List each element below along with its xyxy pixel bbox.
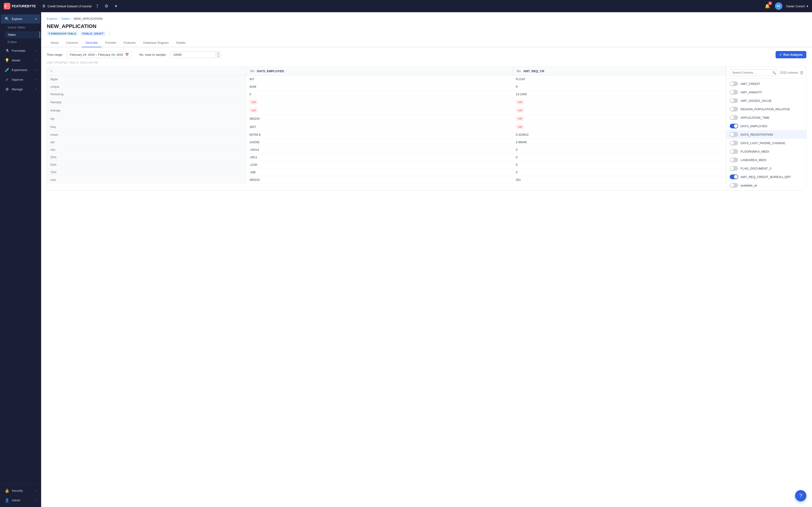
picker-item[interactable]: AMT_GOODS_VALUE	[727, 97, 806, 105]
avatar[interactable]: XC	[775, 2, 783, 10]
sidebar-item-formulate-label: Formulate	[12, 49, 34, 52]
column-toggle-floorsmax-medi[interactable]	[730, 149, 738, 154]
breadcrumb-tables[interactable]: Tables	[61, 17, 70, 20]
days-employed-cell: -2811	[246, 154, 512, 161]
page-meta: ℹ DIMENSION TABLE PUBLIC_DRAFT ⋮	[47, 31, 806, 36]
user-chevron-icon: ▾	[807, 4, 808, 8]
column-toggle-application-time[interactable]	[730, 115, 738, 120]
sidebar-item-formulate[interactable]: ⚗ Formulate ›	[1, 46, 40, 55]
expand-button[interactable]: ▾	[112, 2, 120, 10]
tab-features[interactable]: Features	[120, 39, 139, 47]
picker-item[interactable]: DAYS_EMPLOYED	[727, 122, 806, 130]
picker-item[interactable]: FLAG_DOCUMENT_3	[727, 164, 806, 173]
rows-decrement-button[interactable]: ▼	[216, 55, 221, 58]
tab-database-diagram[interactable]: Database Diagram	[139, 39, 172, 47]
days-employed-cell: 142092	[246, 138, 512, 146]
nav-icons: 🔔 8 XC Xavier Conort ▾	[763, 2, 808, 10]
manage-chevron-icon: ›	[36, 88, 37, 91]
search-columns-input[interactable]	[729, 69, 778, 76]
amt-req-cr-cell: null	[512, 123, 726, 131]
column-toggle-days-employed[interactable]	[730, 124, 738, 128]
column-toggle-landarea-medi[interactable]	[730, 158, 738, 162]
picker-item-label: DAYS_LAST_PHONE_CHANGE	[741, 141, 803, 145]
tab-columns[interactable]: Columns	[62, 39, 82, 47]
column-toggle-days-registration[interactable]	[730, 132, 738, 137]
sidebar-item-entities[interactable]: Entities	[5, 39, 40, 46]
picker-item[interactable]: AMT_CREDIT	[727, 79, 806, 88]
help-fab[interactable]: ?	[795, 490, 806, 501]
breadcrumb-explore[interactable]: Explore	[47, 17, 57, 20]
layout: 🔍 Explore ▾ Source Tables Tables Entitie…	[0, 12, 812, 507]
settings-button[interactable]: ⚙	[103, 2, 110, 10]
sidebar-item-experiment[interactable]: 🧪 Experiment ›	[1, 65, 40, 74]
run-analysis-button[interactable]: ✓ Run Analysis	[775, 51, 806, 58]
days-employed-cell: 64759.8	[246, 131, 512, 138]
sidebar-item-approve-label: Approve	[12, 78, 34, 81]
row-header-cell: mean	[47, 131, 246, 138]
approve-icon: ✓	[5, 77, 9, 82]
logo[interactable]: F FEATUREBYTE	[4, 3, 39, 9]
sidebar-item-admin[interactable]: 👤 Admin ›	[1, 496, 40, 505]
sidebar-item-ideate[interactable]: 💡 Ideate ›	[1, 56, 40, 65]
column-toggle-days-last-phone[interactable]	[730, 140, 738, 145]
sidebar-item-manage[interactable]: ⚙ Manage ›	[1, 84, 40, 94]
breadcrumb-sep-2: ›	[71, 17, 72, 20]
monitor-icon: 🖥	[42, 4, 46, 8]
more-options-button[interactable]: ⋮	[108, 31, 112, 36]
days-employed-cell: -298	[246, 169, 512, 176]
picker-item-label: DAYS_EMPLOYED	[741, 124, 803, 128]
main-content: Explore › Tables › NEW_APPLICATION NEW_A…	[41, 12, 812, 507]
rows-value-input[interactable]	[171, 52, 215, 58]
picker-item[interactable]: APPLICATION_TIME	[727, 113, 806, 122]
sidebar-item-security[interactable]: 🔒 Security ›	[1, 486, 40, 495]
table-row: 25%-28110	[47, 154, 726, 161]
row-header-cell: std	[47, 138, 246, 146]
column-toggle-flag-document-3[interactable]	[730, 166, 738, 171]
amt-req-cr-cell: FLOAT	[512, 75, 726, 83]
row-header-cell: %empty	[47, 98, 246, 106]
picker-item[interactable]: DAYS_REGISTRATION	[727, 130, 806, 139]
picker-item[interactable]: available_at	[727, 181, 806, 189]
column-toggle-amt-goods-value[interactable]	[730, 98, 738, 103]
null-badge: null	[516, 116, 524, 121]
tab-about[interactable]: About	[47, 39, 62, 47]
days-employed-sort-icon[interactable]: ↕	[286, 70, 287, 73]
picker-item[interactable]: FLOORSMAX_MEDI	[727, 147, 806, 156]
null-badge: null	[516, 125, 524, 129]
ideate-chevron-icon: ›	[36, 59, 37, 62]
breadcrumb-current: NEW_APPLICATION	[74, 17, 103, 20]
picker-item[interactable]: LANDAREA_MEDI	[727, 156, 806, 164]
row-header-cell: %missing	[47, 91, 246, 98]
time-range-input[interactable]: February 24, 2024 – February 24, 2025 📅	[67, 51, 132, 58]
days-employed-cell: 4249	[246, 83, 512, 91]
column-count: 22/22 columns	[780, 71, 798, 74]
picker-item[interactable]: DAYS_LAST_PHONE_CHANGE	[727, 139, 806, 147]
user-section[interactable]: Xavier Conort ▾	[786, 4, 808, 8]
time-range-value: February 24, 2024 – February 24, 2025	[70, 53, 123, 56]
sidebar-item-tables[interactable]: Tables	[5, 31, 40, 38]
amt-req-cr-cell: null	[512, 98, 726, 106]
tab-describe[interactable]: Describe	[82, 39, 101, 47]
tab-preview[interactable]: Preview	[102, 39, 120, 47]
picker-item[interactable]: AMT_REQ_CREDIT_BUREAU_QRT	[727, 173, 806, 181]
table-row: 75%-2980	[47, 169, 726, 176]
explore-chevron-icon: ▾	[35, 18, 37, 20]
column-view-button[interactable]: ☰	[800, 70, 803, 75]
sidebar-item-source-tables[interactable]: Source Tables	[5, 24, 40, 31]
picker-item[interactable]: AMT_ANNUITY	[727, 88, 806, 97]
column-toggle-amt-req-credit[interactable]	[730, 174, 738, 179]
column-toggle-available-at[interactable]	[730, 183, 738, 188]
column-toggle-amt-credit[interactable]	[730, 81, 738, 86]
sidebar-item-approve[interactable]: ✓ Approve ›	[1, 75, 40, 84]
column-toggle-amt-annuity[interactable]	[730, 90, 738, 95]
rows-increment-button[interactable]: ▲	[216, 52, 221, 55]
experiment-chevron-icon: ›	[36, 69, 37, 71]
picker-item-label: REGION_POPULATION_RELATIVE	[741, 107, 803, 111]
share-button[interactable]: ⤴	[93, 2, 101, 10]
describe-table: ⇅ Rbc DAYS_EMPLOYED ↕	[47, 67, 726, 184]
tab-details[interactable]: Details	[173, 39, 189, 47]
sidebar-item-explore[interactable]: 🔍 Explore ▾	[1, 14, 40, 23]
ideate-icon: 💡	[5, 58, 9, 63]
column-toggle-region-pop-rel[interactable]	[730, 107, 738, 111]
picker-item[interactable]: REGION_POPULATION_RELATIVE	[727, 105, 806, 113]
